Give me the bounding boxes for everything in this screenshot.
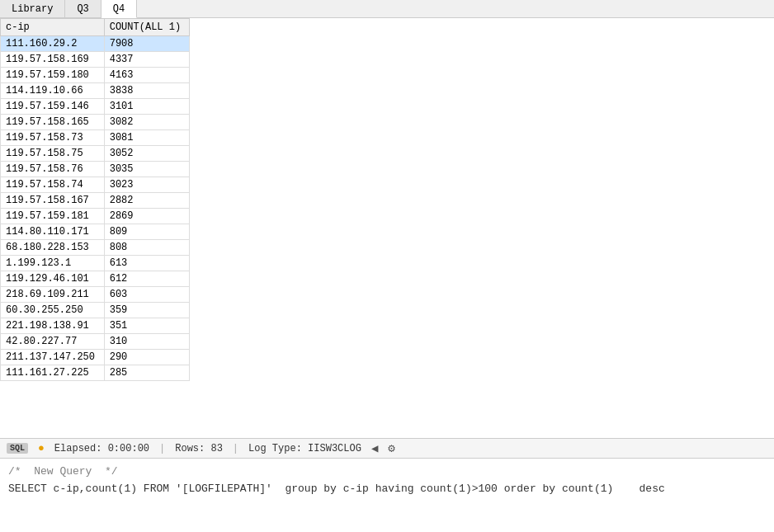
divider1: |	[159, 443, 165, 454]
cell-count: 3052	[104, 146, 189, 162]
sql-badge: SQL	[7, 443, 28, 454]
table-row[interactable]: 221.198.138.91351	[1, 318, 190, 334]
cell-count: 290	[104, 350, 189, 365]
table-row[interactable]: 119.57.158.1694337	[1, 52, 190, 68]
cell-count: 612	[104, 271, 189, 287]
tab-q3[interactable]: Q3	[65, 0, 101, 17]
clock-icon: ●	[38, 442, 45, 454]
sql-editor[interactable]: /* New Query */ SELECT c-ip,count(1) FRO…	[0, 459, 774, 531]
cell-ip: 119.57.158.167	[1, 193, 105, 209]
table-row[interactable]: 218.69.109.211603	[1, 287, 190, 303]
status-bar: SQL ● Elapsed: 0:00:00 | Rows: 83 | Log …	[0, 439, 774, 459]
cell-count: 310	[104, 334, 189, 350]
cell-count: 3023	[104, 177, 189, 193]
table-row[interactable]: 111.161.27.225285	[1, 365, 190, 381]
table-row[interactable]: 119.57.159.1463101	[1, 99, 190, 115]
cell-ip: 119.57.159.146	[1, 99, 105, 115]
cell-ip: 119.57.158.165	[1, 115, 105, 130]
cell-count: 809	[104, 224, 189, 240]
sql-comment: /* New Query */	[8, 465, 118, 478]
cell-count: 4163	[104, 68, 189, 83]
log-type-prev-button[interactable]: ◀	[371, 441, 378, 455]
table-row[interactable]: 119.57.158.763035	[1, 162, 190, 177]
cell-ip: 218.69.109.211	[1, 287, 105, 303]
log-type-label: Log Type: IISW3CLOG	[248, 443, 361, 454]
cell-ip: 114.80.110.171	[1, 224, 105, 240]
cell-ip: 211.137.147.250	[1, 350, 105, 365]
table-row[interactable]: 119.57.158.733081	[1, 130, 190, 146]
cell-count: 351	[104, 318, 189, 334]
cell-ip: 119.129.46.101	[1, 271, 105, 287]
cell-ip: 119.57.158.76	[1, 162, 105, 177]
cell-ip: 111.160.29.2	[1, 36, 105, 52]
table-row[interactable]: 1.199.123.1613	[1, 256, 190, 271]
cell-count: 3081	[104, 130, 189, 146]
cell-count: 7908	[104, 36, 189, 52]
cell-count: 3838	[104, 83, 189, 99]
cell-ip: 119.57.158.74	[1, 177, 105, 193]
cell-ip: 60.30.255.250	[1, 303, 105, 318]
table-row[interactable]: 119.57.158.743023	[1, 177, 190, 193]
cell-count: 285	[104, 365, 189, 381]
table-row[interactable]: 68.180.228.153808	[1, 240, 190, 256]
table-row[interactable]: 119.57.158.753052	[1, 146, 190, 162]
cell-ip: 221.198.138.91	[1, 318, 105, 334]
cell-count: 3082	[104, 115, 189, 130]
cell-count: 2882	[104, 193, 189, 209]
cell-ip: 1.199.123.1	[1, 256, 105, 271]
cell-count: 603	[104, 287, 189, 303]
cell-ip: 119.57.158.73	[1, 130, 105, 146]
tab-q4[interactable]: Q4	[101, 0, 137, 18]
cell-count: 808	[104, 240, 189, 256]
table-row[interactable]: 119.57.159.1804163	[1, 68, 190, 83]
table-row[interactable]: 114.119.10.663838	[1, 83, 190, 99]
table-row[interactable]: 60.30.255.250359	[1, 303, 190, 318]
cell-ip: 42.80.227.77	[1, 334, 105, 350]
cell-ip: 119.57.159.180	[1, 68, 105, 83]
tab-library[interactable]: Library	[0, 0, 65, 17]
results-table-container: c-ip COUNT(ALL 1) 111.160.29.27908119.57…	[0, 18, 774, 439]
table-row[interactable]: 111.160.29.27908	[1, 36, 190, 52]
cell-count: 3035	[104, 162, 189, 177]
cell-ip: 68.180.228.153	[1, 240, 105, 256]
settings-button[interactable]: ⚙	[388, 441, 394, 455]
divider2: |	[233, 443, 238, 454]
cell-ip: 114.119.10.66	[1, 83, 105, 99]
tab-bar: Library Q3 Q4	[0, 0, 774, 18]
elapsed-label: Elapsed: 0:00:00	[54, 443, 149, 454]
col-ip-header: c-ip	[1, 19, 105, 36]
cell-count: 4337	[104, 52, 189, 68]
sql-query: SELECT c-ip,count(1) FROM '[LOGFILEPATH]…	[8, 483, 665, 495]
table-row[interactable]: 114.80.110.171809	[1, 224, 190, 240]
cell-ip: 119.57.158.169	[1, 52, 105, 68]
cell-ip: 119.57.158.75	[1, 146, 105, 162]
cell-count: 359	[104, 303, 189, 318]
rows-label: Rows: 83	[175, 443, 223, 454]
cell-count: 3101	[104, 99, 189, 115]
table-row[interactable]: 42.80.227.77310	[1, 334, 190, 350]
table-row[interactable]: 119.57.158.1653082	[1, 115, 190, 130]
results-table: c-ip COUNT(ALL 1) 111.160.29.27908119.57…	[0, 18, 190, 381]
table-row[interactable]: 119.129.46.101612	[1, 271, 190, 287]
cell-count: 2869	[104, 209, 189, 224]
table-row[interactable]: 211.137.147.250290	[1, 350, 190, 365]
cell-ip: 111.161.27.225	[1, 365, 105, 381]
col-count-header: COUNT(ALL 1)	[104, 19, 189, 36]
table-row[interactable]: 119.57.159.1812869	[1, 209, 190, 224]
table-row[interactable]: 119.57.158.1672882	[1, 193, 190, 209]
cell-count: 613	[104, 256, 189, 271]
cell-ip: 119.57.159.181	[1, 209, 105, 224]
